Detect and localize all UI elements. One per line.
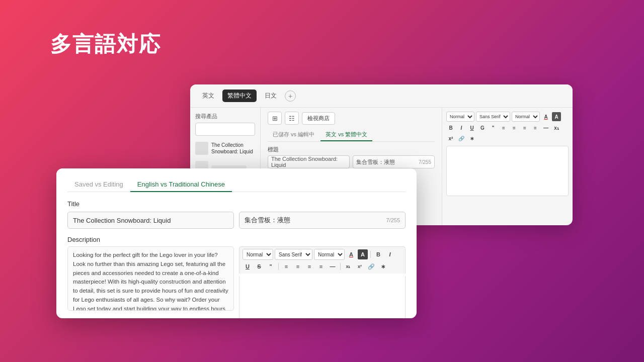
front-desc-section: Looking for the perfect gift for the Leg… [67, 246, 406, 318]
front-rte-align-justify[interactable]: ≡ [316, 261, 326, 272]
front-rte-align-left[interactable]: ≡ [281, 261, 291, 272]
grid-view-button-1[interactable]: ⊞ [268, 112, 282, 125]
back-title-left: The Collection Snowboard: Liquid [268, 155, 350, 168]
view-store-button[interactable]: 檢視商店 [302, 112, 335, 125]
back-rte-bold[interactable]: B [446, 123, 455, 132]
front-rte-toolbar: Normal Sans Serif Normal A A B I U S " ≡… [239, 246, 406, 274]
front-tab-saved[interactable]: Saved vs Editing [67, 177, 130, 192]
back-rte-sub[interactable]: x₁ [552, 123, 561, 132]
back-toolbar: ⊞ ☷ 檢視商店 [268, 112, 435, 125]
back-rte-color-a2[interactable]: A [552, 112, 561, 121]
add-language-button[interactable]: + [285, 90, 296, 102]
back-rte-indent2[interactable]: ≡ [531, 123, 540, 132]
front-title-row: The Collection Snowboard: Liquid 集合雪板：液態… [67, 212, 406, 229]
search-input-back[interactable] [195, 123, 255, 136]
front-rte-sup[interactable]: x² [355, 261, 365, 272]
product-thumbnail [195, 142, 208, 155]
rte-divider-1 [370, 251, 371, 258]
lang-tab-english[interactable]: 英文 [197, 89, 219, 102]
front-char-count: 7/255 [386, 217, 400, 223]
front-rte-clear[interactable]: ∗ [378, 261, 388, 272]
rte-divider-3 [340, 263, 341, 270]
back-rte-toolbar: Normal Sans Serif Normal A A B I U G " ≡… [446, 112, 569, 143]
lang-tab-traditional-chinese[interactable]: 繁體中文 [222, 89, 257, 102]
front-rte-underline[interactable]: U [243, 261, 253, 272]
back-rte-strikethrough[interactable]: G [478, 123, 487, 132]
back-rte-content[interactable] [446, 146, 569, 196]
front-desc-label: Description [67, 236, 406, 243]
front-rte-content[interactable] [239, 276, 406, 318]
front-tabs: Saved vs Editing English vs Traditional … [67, 177, 406, 192]
front-rte-align-center[interactable]: ≡ [293, 261, 303, 272]
back-sub-tabs: 已儲存 vs 編輯中 英文 vs 繁體中文 [268, 129, 435, 142]
front-rte-color-a1[interactable]: A [346, 249, 356, 259]
back-rte-underline[interactable]: U [467, 123, 476, 132]
front-rte-hr[interactable]: — [328, 261, 338, 272]
front-title-label: Title [67, 200, 406, 208]
grid-view-button-2[interactable]: ☷ [285, 112, 299, 125]
front-desc-left: Looking for the perfect gift for the Leg… [67, 246, 234, 318]
front-rte-font-select[interactable]: Sans Serif [275, 249, 312, 260]
front-rte-quote[interactable]: " [266, 261, 276, 272]
front-desc-text: Looking for the perfect gift for the Leg… [67, 246, 234, 311]
back-char-count: 7/255 [419, 159, 431, 165]
product-item-back[interactable]: The Collection Snowboard: Liquid [195, 140, 255, 157]
back-rte-clear[interactable]: ∗ [467, 134, 476, 143]
back-rte-color-a1[interactable]: A [541, 112, 550, 121]
lang-tab-japanese[interactable]: 日文 [260, 89, 282, 102]
front-title-left: The Collection Snowboard: Liquid [67, 212, 234, 229]
front-title-right-value: 集合雪板：液態 [245, 216, 290, 225]
front-rte-italic[interactable]: I [385, 249, 395, 259]
front-rte-color-a2[interactable]: A [358, 249, 368, 259]
front-rte-align-right[interactable]: ≡ [304, 261, 314, 272]
page-title: 多言語対応 [50, 30, 161, 58]
back-rte-indent1[interactable]: ≡ [520, 123, 529, 132]
back-rte-area: Normal Sans Serif Normal A A B I U G " ≡… [442, 108, 573, 225]
back-rte-list1[interactable]: ≡ [499, 123, 508, 132]
back-rte-divider[interactable]: — [541, 123, 550, 132]
back-title-row: The Collection Snowboard: Liquid 集合雪板：液態… [268, 155, 435, 168]
rte-divider-2 [278, 263, 279, 270]
back-sub-tab-compare[interactable]: 英文 vs 繁體中文 [320, 129, 372, 141]
back-rte-font-select[interactable]: Sans Serif [476, 112, 510, 122]
back-rte-list2[interactable]: ≡ [510, 123, 519, 132]
front-desc-right: Normal Sans Serif Normal A A B I U S " ≡… [239, 246, 406, 318]
product-name-back: The Collection Snowboard: Liquid [211, 142, 253, 155]
back-rte-sup[interactable]: x² [446, 134, 455, 143]
front-rte-bold[interactable]: B [373, 249, 383, 259]
back-field-label-title: 標題 [268, 146, 435, 153]
back-sub-tab-saved[interactable]: 已儲存 vs 編輯中 [268, 129, 319, 141]
back-rte-italic[interactable]: I [457, 123, 466, 132]
back-panel-header: 英文 繁體中文 日文 + [190, 84, 573, 108]
front-title-left-value: The Collection Snowboard: Liquid [73, 217, 171, 224]
back-title-right: 集合雪板：液態 7/255 [353, 155, 435, 168]
front-panel: Saved vs Editing English vs Traditional … [56, 168, 417, 318]
front-rte-strikethrough[interactable]: S [254, 261, 264, 272]
back-rte-quote[interactable]: " [489, 123, 498, 132]
front-tab-compare[interactable]: English vs Traditional Chinese [130, 177, 232, 192]
search-label: 搜尋產品 [195, 113, 255, 120]
back-rte-link[interactable]: 🔗 [457, 134, 466, 143]
front-rte-size-select[interactable]: Normal [314, 249, 345, 260]
front-rte-link[interactable]: 🔗 [366, 261, 376, 272]
front-rte-sub[interactable]: x₁ [343, 261, 353, 272]
front-rte-format-select[interactable]: Normal [243, 249, 273, 260]
back-rte-size-select[interactable]: Normal [512, 112, 540, 122]
back-rte-format-select[interactable]: Normal [446, 112, 474, 122]
front-title-right: 集合雪板：液態 7/255 [239, 212, 406, 229]
